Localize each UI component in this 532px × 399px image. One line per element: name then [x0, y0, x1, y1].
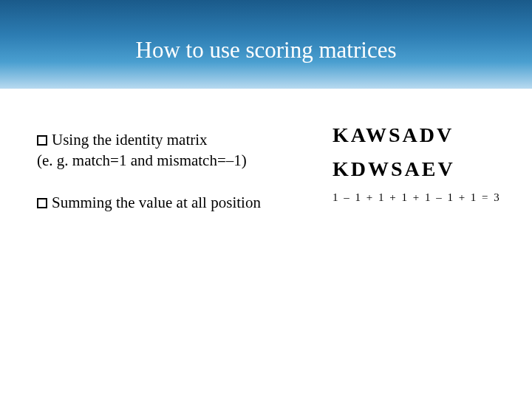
sequences-column: KAWSADV KDWSAEV 1 – 1 + 1 + 1 + 1 – 1 + … [332, 123, 517, 204]
bullet-text: Summing the value at all position [52, 194, 261, 211]
bullet-item-2: Summing the value at all position [37, 192, 303, 213]
sequence-1: KAWSADV [332, 123, 517, 147]
bullet-subtext: (e. g. match=1 and mismatch=–1) [37, 151, 247, 169]
square-bullet-icon [37, 135, 47, 146]
bullets-column: Using the identity matrix (e. g. match=1… [37, 129, 303, 233]
bullet-text: Using the identity matrix [52, 131, 208, 149]
title-band: How to use scoring matrices [0, 0, 532, 89]
bullet-item-1: Using the identity matrix (e. g. match=1… [37, 129, 303, 171]
calculation-line: 1 – 1 + 1 + 1 + 1 – 1 + 1 = 3 [332, 191, 517, 204]
sequence-2: KDWSAEV [332, 157, 517, 181]
slide-title: How to use scoring matrices [136, 37, 397, 64]
square-bullet-icon [37, 198, 47, 208]
